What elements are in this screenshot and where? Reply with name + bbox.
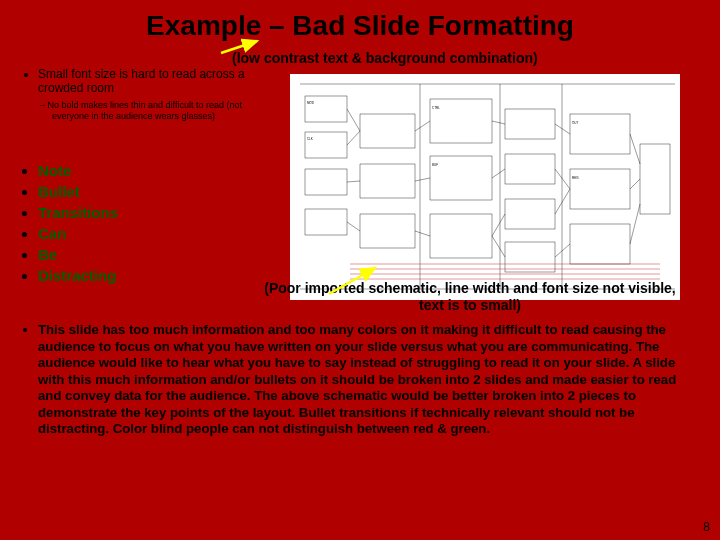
schematic-svg: MODCLK CTRLBUF OUTREG [290,74,680,300]
green-bullet-2: Transitions [38,204,118,222]
green-bullet-list: Note Bullet Transitions Can Be Distracti… [20,162,118,288]
green-bullet-3: Can [38,225,118,243]
slide-title: Example – Bad Slide Formatting [0,0,720,48]
subtitle-contrast-note: (low contrast text & background combinat… [232,50,538,66]
first-bullet-text: Small font size is hard to read across a… [38,67,245,95]
schematic-caption: (Poor imported schematic, line width and… [260,280,680,314]
paragraph-bullet: This slide has too much information and … [20,322,688,438]
schematic-image: MODCLK CTRLBUF OUTREG [290,74,680,300]
svg-text:OUT: OUT [572,121,579,125]
sub-bullet-item: No bold makes lines thin and difficult t… [52,100,270,122]
page-number: 8 [703,520,710,534]
first-bullet-list: Small font size is hard to read across a… [20,67,270,124]
green-bullet-5: Distracting [38,267,118,285]
green-bullet-0: Note [38,162,118,180]
svg-text:BUF: BUF [432,163,438,167]
svg-text:REG: REG [572,176,579,180]
green-bullet-1: Bullet [38,183,118,201]
paragraph-text: This slide has too much information and … [38,322,688,438]
green-bullet-4: Be [38,246,118,264]
svg-text:CLK: CLK [307,137,313,141]
first-bullet-item: Small font size is hard to read across a… [38,67,270,122]
svg-text:CTRL: CTRL [432,106,440,110]
svg-rect-0 [290,74,680,300]
sub-bullet-list: No bold makes lines thin and difficult t… [38,95,270,122]
svg-text:MOD: MOD [307,101,315,105]
